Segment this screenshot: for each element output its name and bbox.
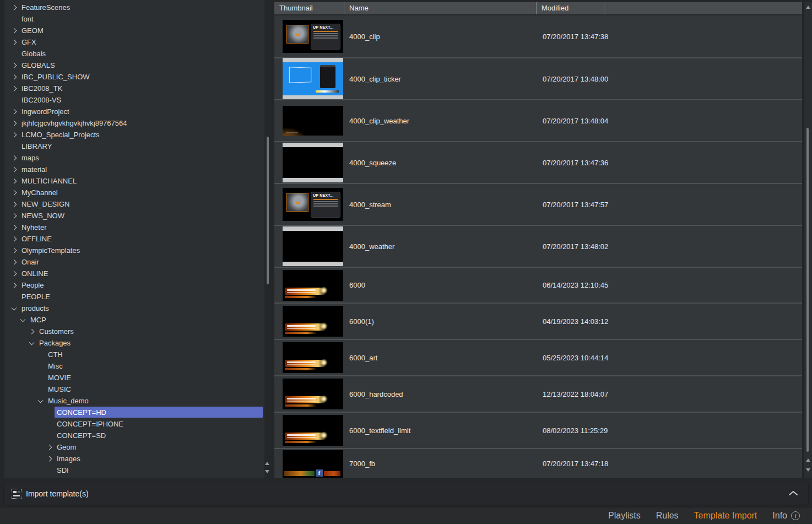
- tree-item-library[interactable]: LIBRARY: [4, 141, 264, 152]
- tree-item-lcmo-special-projects[interactable]: LCMO_Special_Projects: [4, 129, 264, 141]
- tree-scroll-up-icon[interactable]: [265, 462, 269, 465]
- tree-item-multichannel[interactable]: MULTICHANNEL: [4, 175, 264, 187]
- tree-item-font[interactable]: font: [4, 13, 264, 25]
- tree-item-offline[interactable]: OFFLINE: [4, 233, 264, 245]
- column-header-thumbnail[interactable]: Thumbnail: [274, 2, 344, 14]
- tab-playlists[interactable]: Playlists: [608, 511, 641, 521]
- chevron-right-icon[interactable]: [47, 444, 52, 450]
- tab-info[interactable]: Info i: [772, 511, 800, 521]
- table-row-6000-art[interactable]: 6000_art05/25/2023 10:44:14: [274, 339, 802, 375]
- tree-item-online[interactable]: ONLINE: [4, 268, 264, 279]
- tree-item-jkjhfcjgcvhgvkhgvkjhvkj89767564[interactable]: jkjhfcjgcvhgvkhgvkjhvkj89767564: [4, 117, 264, 129]
- chevron-right-icon[interactable]: [47, 456, 52, 461]
- tree-item-music[interactable]: MUSIC: [4, 383, 264, 395]
- chevron-right-icon[interactable]: [12, 282, 17, 288]
- table-row-6000-1[interactable]: 6000(1)04/19/2023 14:03:12: [274, 302, 802, 339]
- tree-item-concept-iphone[interactable]: CONCEPT=IPHONE: [4, 418, 264, 430]
- table-row-4000-squeeze[interactable]: 4000_squeeze07/20/2017 13:47:36: [274, 141, 802, 183]
- chevron-right-icon[interactable]: [29, 328, 35, 334]
- table-scroll-up-icon[interactable]: [806, 6, 810, 9]
- chevron-right-icon[interactable]: [12, 39, 17, 45]
- tree-item-mcp[interactable]: MCP: [4, 314, 264, 326]
- chevron-right-icon[interactable]: [12, 271, 17, 276]
- tree-item-misc[interactable]: Misc: [4, 360, 264, 372]
- table-row-4000-clip-weather[interactable]: 4000_clip_weather07/20/2017 13:48:04: [274, 99, 802, 141]
- tree-item-onair[interactable]: Onair: [4, 256, 264, 268]
- tree-item-sdi[interactable]: SDI: [4, 464, 264, 476]
- tree-item-people[interactable]: People: [4, 279, 264, 291]
- tree-item-olympictemplates[interactable]: OlympicTemplates: [4, 245, 264, 256]
- tab-rules[interactable]: Rules: [656, 511, 679, 521]
- tree-scroll-down-icon[interactable]: [265, 470, 269, 473]
- tree-item-globals[interactable]: Globals: [4, 48, 264, 60]
- table-scrollbar[interactable]: [803, 2, 812, 478]
- chevron-down-icon[interactable]: [38, 397, 44, 403]
- chevron-right-icon[interactable]: [12, 201, 17, 207]
- chevron-right-icon[interactable]: [12, 132, 17, 137]
- chevron-right-icon[interactable]: [12, 259, 17, 264]
- chevron-down-icon[interactable]: [12, 305, 17, 310]
- tree-item-featurescenes[interactable]: FeatureScenes: [4, 2, 264, 13]
- chevron-right-icon[interactable]: [12, 247, 17, 253]
- tree-item-new-design[interactable]: NEW_DESIGN: [4, 198, 264, 210]
- collapse-chevron-up-icon[interactable]: [788, 490, 798, 496]
- table-scrollbar-thumb[interactable]: [806, 128, 809, 452]
- tree-item-ingwordproject[interactable]: IngwordProject: [4, 106, 264, 117]
- tree-item-customers[interactable]: Customers: [4, 326, 264, 337]
- tree-item-cth[interactable]: CTH: [4, 349, 264, 360]
- tree-item-maps[interactable]: maps: [4, 152, 264, 164]
- tree-item-globals[interactable]: GLOBALS: [4, 60, 264, 71]
- tree-item-concept-sd[interactable]: CONCEPT=SD: [4, 430, 264, 441]
- chevron-right-icon[interactable]: [12, 4, 17, 10]
- chevron-right-icon[interactable]: [12, 190, 17, 195]
- tree-item-geom[interactable]: GEOM: [4, 25, 264, 36]
- tree-scrollbar-thumb[interactable]: [267, 137, 269, 284]
- chevron-down-icon[interactable]: [29, 339, 35, 345]
- tree-item-packages[interactable]: Packages: [4, 337, 264, 349]
- table-row-4000-stream[interactable]: UP NEXT...4000_stream07/20/2017 13:47:57: [274, 183, 802, 225]
- tree-item-products[interactable]: products: [4, 302, 264, 314]
- column-header-name[interactable]: Name: [344, 2, 536, 14]
- table-row-6000[interactable]: 600006/14/2023 12:10:45: [274, 267, 802, 302]
- column-header-modified[interactable]: Modified: [536, 2, 604, 14]
- table-row-4000-clip[interactable]: UP NEXT...4000_clip07/20/2017 13:47:38: [274, 15, 802, 57]
- chevron-right-icon[interactable]: [12, 213, 17, 218]
- tree-item-geom[interactable]: Geom: [4, 441, 264, 453]
- tree-item-ibc2008-tk[interactable]: IBC2008_TK: [4, 83, 264, 94]
- table-row-4000-weather[interactable]: 4000_weather07/20/2017 13:48:02: [274, 225, 802, 267]
- chevron-right-icon[interactable]: [12, 74, 17, 79]
- tree-item-music-demo[interactable]: Music_demo: [4, 395, 264, 407]
- tree-item-material[interactable]: material: [4, 164, 264, 175]
- table-row-4000-clip-ticker[interactable]: 4000_clip_ticker07/20/2017 13:48:00: [274, 57, 802, 99]
- table-row-7000-fb[interactable]: f7000_fb07/20/2017 13:47:18: [274, 448, 802, 478]
- table-row-6000-textfield-limit[interactable]: 6000_textfield_limit08/02/2023 11:25:29: [274, 412, 802, 448]
- tree-item-images[interactable]: Images: [4, 453, 264, 464]
- chevron-down-icon[interactable]: [20, 316, 26, 322]
- table-scroll-up2-icon[interactable]: [806, 458, 810, 462]
- tree-item-gfx[interactable]: GFX: [4, 36, 264, 48]
- table-row-6000-hardcoded[interactable]: 6000_hardcoded12/13/2022 18:04:07: [274, 375, 802, 412]
- chevron-right-icon[interactable]: [12, 109, 17, 114]
- tree-item-news-now[interactable]: NEWS_NOW: [4, 210, 264, 222]
- chevron-right-icon[interactable]: [12, 236, 17, 241]
- chevron-right-icon[interactable]: [12, 166, 17, 172]
- tree-item-movie[interactable]: MOVIE: [4, 372, 264, 383]
- column-header-extra[interactable]: [604, 2, 802, 14]
- chevron-right-icon[interactable]: [12, 224, 17, 230]
- tree-item-concept-hd[interactable]: CONCEPT=HD: [4, 407, 264, 418]
- table-scroll-down-icon[interactable]: [806, 468, 810, 472]
- chevron-right-icon[interactable]: [12, 85, 17, 91]
- chevron-right-icon[interactable]: [12, 28, 17, 33]
- tree-item-ibc2008-vs[interactable]: IBC2008-VS: [4, 94, 264, 106]
- tree-item-nyheter[interactable]: Nyheter: [4, 222, 264, 233]
- chevron-right-icon[interactable]: [12, 155, 17, 160]
- chevron-right-icon[interactable]: [12, 120, 17, 126]
- chevron-right-icon[interactable]: [12, 62, 17, 68]
- tree-scrollbar[interactable]: [264, 0, 270, 478]
- tree-item-ibc-public-show[interactable]: IBC_PUBLIC_SHOW: [4, 71, 264, 83]
- tab-template-import[interactable]: Template Import: [694, 511, 757, 521]
- tree-item-mychannel[interactable]: MyChannel: [4, 187, 264, 198]
- import-templates-bar[interactable]: Import template(s): [3, 482, 809, 506]
- chevron-right-icon[interactable]: [12, 178, 17, 183]
- tree-item-people[interactable]: PEOPLE: [4, 291, 264, 302]
